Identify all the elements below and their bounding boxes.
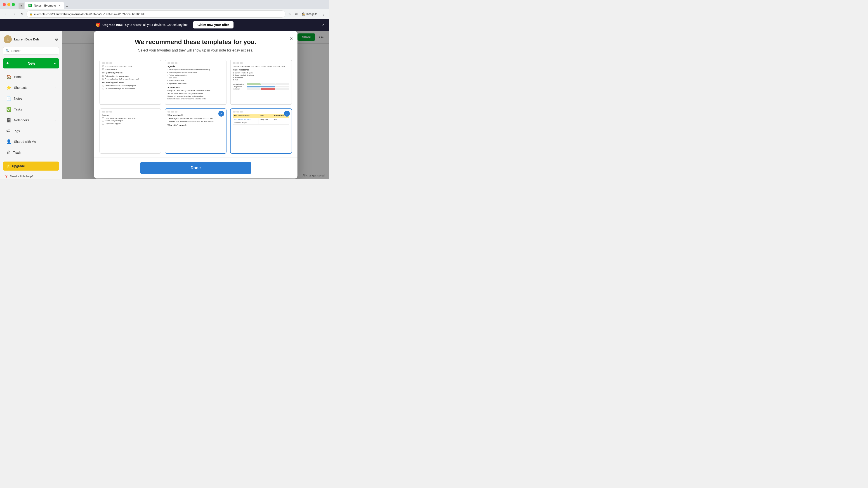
new-tab-button[interactable]: + [66,4,68,9]
upgrade-text: Upgrade now. [102,23,123,27]
tags-icon: 🏷 [6,129,10,133]
window-close[interactable] [3,3,6,6]
help-section[interactable]: ❓ Need a little help? [3,172,59,179]
shortcuts-icon: ⭐ [6,85,11,90]
shared-icon: 👤 [6,139,11,144]
lock-icon: 🔒 [29,12,33,15]
search-label: Search [11,49,21,53]
sidebar: L Lauren Dale Deli ⚙ 🔍 Search + New ▾ 🏠 … [0,31,62,179]
trash-icon: 🗑 [6,150,10,155]
help-label: Need a little help? [10,175,33,178]
star-icon[interactable]: ☆ [287,11,292,17]
sidebar-item-shortcuts[interactable]: ⭐ Shortcuts › [2,83,60,93]
sidebar-label-shared: Shared with Me [14,140,36,143]
nav-extras: ☆ ⧉ 🕵 Incognito ⋮ [287,11,327,17]
template-preview-meeting: Agenda • Review presentation for Board o… [165,60,226,104]
modal-body: Share process updates with team Buy enve… [94,56,298,157]
reload-button[interactable]: ↻ [19,11,25,18]
notebooks-chevron-icon: › [55,119,56,122]
template-card-reading[interactable]: ✓ Title & Where to Buy Genre [230,108,292,154]
upgrade-star-icon: ⭐ [6,164,10,168]
window-max[interactable] [12,3,15,6]
banner-content: 🎁 Upgrade now. Sync across all your devi… [96,22,189,27]
active-tab[interactable]: 🐘 Notes - Evernote × [25,2,64,9]
modal-header: We recommend these templates for you. Se… [94,31,298,56]
nav-bar: ← → ↻ 🔒 evernote.com/client/web?login=tr… [0,9,329,19]
sidebar-nav: 🏠 Home ⭐ Shortcuts › 📄 Notes ✅ Tasks [0,70,62,159]
sidebar-bottom: ⭐ Upgrade ❓ Need a little help? [0,159,62,179]
tab-arrow[interactable]: ▾ [19,3,24,9]
notebooks-icon: 📓 [6,118,11,123]
template-card-project[interactable]: Plan for implementing new editing featur… [230,60,292,105]
banner-close-button[interactable]: × [322,23,324,27]
window-controls [3,3,15,6]
modal-title: We recommend these templates for you. [103,38,288,46]
browser-chrome: ▾ 🐘 Notes - Evernote × + ← → ↻ 🔒 evernot… [0,0,329,19]
modal-overlay: We recommend these templates for you. Se… [62,31,329,179]
modal-subtitle: Select your favorites and they will show… [103,48,288,53]
template-card-weekly[interactable]: Sunday Finish up Math assignment (p. 150… [99,108,161,154]
settings-icon[interactable]: ⚙ [55,37,58,42]
address-bar[interactable]: 🔒 evernote.com/client/web?login=true#/no… [26,10,285,18]
tab-favicon: 🐘 [29,4,32,7]
sidebar-item-notes[interactable]: 📄 Notes [2,93,60,104]
shortcuts-chevron-icon: › [55,86,56,89]
sidebar-user-section[interactable]: L Lauren Dale Deli ⚙ [0,33,62,47]
template-title-weekly: Weekly Plan [100,153,161,154]
user-name: Lauren Dale Deli [14,37,53,41]
home-icon: 🏠 [6,74,11,79]
sidebar-item-shared[interactable]: 👤 Shared with Me [2,136,60,147]
app-body: L Lauren Dale Deli ⚙ 🔍 Search + New ▾ 🏠 … [0,31,329,179]
forward-button[interactable]: → [11,11,17,18]
tab-bar: ▾ 🐘 Notes - Evernote × + [17,0,327,9]
back-button[interactable]: ← [3,11,9,18]
tab-close-icon[interactable]: × [59,4,60,7]
browser-extension-icon[interactable]: ⧉ [294,11,298,17]
sync-text: Sync across all your devices. Cancel any… [125,23,189,27]
upgrade-banner: 🎁 Upgrade now. Sync across all your devi… [0,19,329,31]
window-min[interactable] [7,3,10,6]
claim-offer-button[interactable]: Claim now your offer [193,21,234,29]
template-modal: We recommend these templates for you. Se… [94,31,298,178]
sidebar-label-home: Home [14,75,22,78]
browser-more-button[interactable]: ⋮ [321,11,327,17]
new-plus-icon: + [6,61,9,66]
upgrade-label: Upgrade [12,164,25,168]
new-button[interactable]: + New ▾ [3,58,59,68]
sidebar-item-trash[interactable]: 🗑 Trash [2,147,60,158]
browser-titlebar: ▾ 🐘 Notes - Evernote × + [0,0,329,9]
template-preview-daily: What went well? • Managed to get outside… [165,109,226,153]
sidebar-label-tasks: Tasks [14,107,22,111]
main-content: Only you Share ••• We recommend these te… [62,31,329,179]
search-icon: 🔍 [6,49,9,53]
template-card-meeting[interactable]: Agenda • Review presentation for Board o… [165,60,226,105]
notes-icon: 📄 [6,96,11,101]
sidebar-item-home[interactable]: 🏠 Home [2,72,60,82]
modal-close-button[interactable]: × [290,36,293,41]
templates-grid: Share process updates with team Buy enve… [99,60,292,154]
sidebar-label-tags: Tags [13,129,20,133]
new-label: New [11,61,52,66]
template-title-daily: Daily Reflection [165,153,226,154]
search-bar[interactable]: 🔍 Search [3,47,59,55]
sidebar-label-trash: Trash [13,151,21,154]
incognito-indicator: 🕵 Incognito [300,12,319,15]
template-preview-reading: Title & Where to Buy Genre Date Started [230,109,291,153]
sidebar-label-notes: Notes [14,97,22,100]
done-button[interactable]: Done [140,162,251,174]
tab-label: Notes - Evernote [34,4,56,7]
app-container: 🎁 Upgrade now. Sync across all your devi… [0,19,329,179]
sidebar-item-notebooks[interactable]: 📓 Notebooks › [2,115,60,125]
template-card-todo[interactable]: Share process updates with team Buy enve… [99,60,161,105]
template-preview-weekly: Sunday Finish up Math assignment (p. 150… [100,109,161,153]
template-preview-project: Plan for implementing new editing featur… [230,60,291,104]
new-chevron-icon: ▾ [54,62,56,65]
sidebar-item-tags[interactable]: 🏷 Tags [2,126,60,136]
sidebar-item-tasks[interactable]: ✅ Tasks [2,104,60,115]
sidebar-label-notebooks: Notebooks [14,119,29,122]
selected-badge-reading: ✓ [284,111,290,117]
template-title-reading: Reading List [230,153,291,154]
template-preview-todo: Share process updates with team Buy enve… [100,60,161,104]
template-card-daily[interactable]: ✓ What went well? • Managed to get outsi… [165,108,226,154]
upgrade-button[interactable]: ⭐ Upgrade [3,162,59,170]
